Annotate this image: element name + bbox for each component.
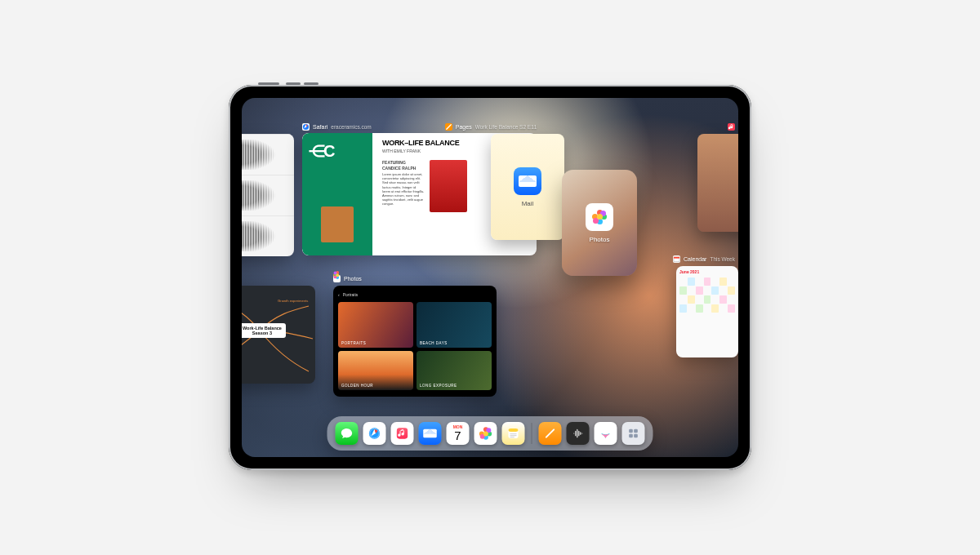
voice-memos-icon: [572, 427, 585, 440]
svg-rect-9: [634, 429, 638, 433]
pages-icon: [445, 123, 452, 131]
waveform-icon: [242, 180, 291, 211]
power-button[interactable]: [258, 82, 279, 85]
pages-header: Pages Work Life Balance S2 E11: [445, 122, 537, 131]
svg-rect-10: [629, 434, 633, 438]
calendar-icon: [673, 255, 680, 263]
waveform-icon: [242, 140, 291, 170]
photos-grid: [338, 302, 492, 390]
dock-app-safari[interactable]: [363, 422, 386, 445]
volume-up-button[interactable]: [286, 82, 301, 85]
photos-icon: [586, 203, 613, 231]
product-image-placeholder: [321, 206, 354, 242]
switcher-card-music[interactable]: [697, 134, 738, 232]
switcher-card-photos-window[interactable]: ‹ Portraits: [333, 286, 497, 397]
document-title: WORK–LIFE BALANCE: [382, 140, 467, 147]
splitview-right-pane: WORK–LIFE BALANCE WITH EMILY FRANK FEATU…: [376, 133, 474, 255]
photos-card-label: Photos: [590, 236, 610, 243]
splitview-left-pane: ⋲C: [302, 133, 372, 255]
dock-app-calendar[interactable]: MON 7: [447, 422, 470, 445]
document-photo-placeholder: [430, 160, 467, 212]
svg-rect-2: [674, 256, 679, 258]
safari-icon: [368, 427, 381, 440]
photo-thumbnail[interactable]: [338, 351, 413, 390]
calendar-header: Calendar This Week: [673, 255, 735, 263]
mail-card-label: Mail: [522, 200, 534, 207]
messages-icon: [341, 427, 354, 440]
switcher-card-mindmap[interactable]: Growth experiments Production calendar W…: [242, 286, 315, 384]
mindnode-icon: [599, 427, 612, 440]
safari-header: Safari eraceramics.com: [302, 122, 372, 131]
waveform-icon: [242, 221, 291, 251]
dock-separator: [532, 423, 532, 444]
svg-rect-8: [629, 429, 633, 433]
chevron-left-icon[interactable]: ‹: [338, 292, 340, 297]
calendar-app-label: Calendar: [684, 256, 706, 262]
music-icon: [396, 427, 409, 440]
dock-app-voice-memos[interactable]: [567, 422, 590, 445]
photos-toolbar: ‹ Portraits: [338, 291, 492, 299]
volume-down-button[interactable]: [304, 82, 318, 85]
safari-subtitle: eraceramics.com: [331, 124, 371, 130]
photos-window-header: Photos: [333, 274, 362, 282]
notes-icon: [507, 427, 520, 440]
photo-thumbnail[interactable]: [416, 302, 492, 348]
pages-icon: [544, 427, 557, 440]
mindmap-center-node: Work-Life Balance Season 3: [242, 323, 286, 338]
dock-app-photos[interactable]: [474, 422, 497, 445]
music-icon: [728, 123, 735, 131]
ipad-device-frame: Safari eraceramics.com Pages Work Life B…: [229, 85, 751, 470]
dock-app-music[interactable]: [391, 422, 414, 445]
switcher-card-audio-editor[interactable]: [242, 134, 294, 256]
document-body-column: FEATURING CANDICE RALPH Lorem ipsum dolo…: [382, 160, 425, 212]
photos-app-label: Photos: [344, 276, 362, 282]
dock-app-notes[interactable]: [502, 422, 525, 445]
dock: MON 7: [327, 416, 653, 451]
photos-icon: [479, 427, 492, 439]
photos-tab-label: Portraits: [343, 292, 359, 297]
dock-app-mail[interactable]: [419, 422, 442, 445]
safari-app-label: Safari: [313, 124, 327, 130]
mindmap-title-line2: Season 3: [252, 331, 272, 335]
mail-icon: [423, 429, 437, 438]
dock-app-mindnode[interactable]: [595, 422, 617, 445]
photos-icon: [333, 275, 341, 282]
pages-app-label: Pages: [456, 124, 472, 130]
calendar-subtitle: This Week: [710, 256, 735, 262]
app-switcher: Safari eraceramics.com Pages Work Life B…: [242, 122, 738, 278]
slideover-photos[interactable]: Photos: [562, 170, 637, 276]
calendar-mini-grid: [679, 278, 735, 313]
calendar-day: 7: [454, 429, 461, 442]
document-subtitle: WITH EMILY FRANK: [382, 149, 467, 153]
dock-app-messages[interactable]: [336, 422, 359, 445]
pages-subtitle: Work Life Balance S2 E11: [475, 124, 537, 130]
document-kicker: FEATURING CANDICE RALPH: [382, 160, 425, 171]
photo-thumbnail[interactable]: [416, 351, 492, 390]
app-library-icon: [627, 427, 640, 440]
calendar-month-label: June 2021: [679, 269, 735, 274]
dock-app-pages[interactable]: [539, 422, 562, 445]
site-logo: ⋲C: [309, 141, 366, 161]
mindmap-node-label: Growth experiments: [278, 299, 308, 303]
photo-thumbnail[interactable]: [338, 302, 413, 348]
dock-app-library[interactable]: [622, 422, 645, 445]
switcher-card-mail[interactable]: Mail: [491, 134, 564, 240]
svg-rect-11: [634, 434, 638, 438]
ipad-screen: Safari eraceramics.com Pages Work Life B…: [242, 98, 738, 457]
mail-icon: [514, 167, 541, 195]
music-header: Music: [728, 122, 738, 131]
safari-icon: [302, 123, 310, 131]
switcher-card-calendar[interactable]: June 2021: [676, 266, 738, 357]
svg-rect-7: [509, 428, 519, 432]
